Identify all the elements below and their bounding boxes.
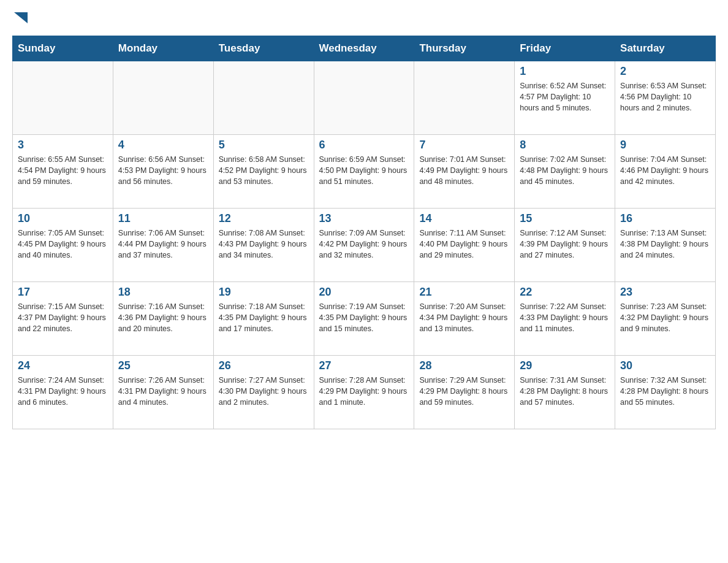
calendar-cell	[13, 61, 113, 135]
day-number: 14	[419, 212, 509, 225]
calendar-cell: 9Sunrise: 7:04 AM Sunset: 4:46 PM Daylig…	[615, 135, 716, 209]
calendar-body: 1Sunrise: 6:52 AM Sunset: 4:57 PM Daylig…	[13, 61, 716, 429]
weekday-header-wednesday: Wednesday	[314, 36, 414, 61]
week-row-1: 1Sunrise: 6:52 AM Sunset: 4:57 PM Daylig…	[13, 61, 716, 135]
calendar-cell: 10Sunrise: 7:05 AM Sunset: 4:45 PM Dayli…	[13, 209, 113, 282]
day-info: Sunrise: 7:20 AM Sunset: 4:34 PM Dayligh…	[419, 301, 509, 334]
calendar-cell: 6Sunrise: 6:59 AM Sunset: 4:50 PM Daylig…	[314, 135, 414, 209]
day-info: Sunrise: 7:02 AM Sunset: 4:48 PM Dayligh…	[520, 154, 610, 187]
day-number: 11	[118, 212, 208, 225]
calendar-cell: 22Sunrise: 7:22 AM Sunset: 4:33 PM Dayli…	[515, 282, 615, 356]
day-number: 28	[419, 359, 509, 372]
calendar-cell: 11Sunrise: 7:06 AM Sunset: 4:44 PM Dayli…	[113, 209, 213, 282]
week-row-2: 3Sunrise: 6:55 AM Sunset: 4:54 PM Daylig…	[13, 135, 716, 209]
calendar-cell: 25Sunrise: 7:26 AM Sunset: 4:31 PM Dayli…	[113, 356, 213, 429]
day-info: Sunrise: 7:29 AM Sunset: 4:29 PM Dayligh…	[419, 375, 509, 408]
week-row-5: 24Sunrise: 7:24 AM Sunset: 4:31 PM Dayli…	[13, 356, 716, 429]
calendar-cell: 7Sunrise: 7:01 AM Sunset: 4:49 PM Daylig…	[414, 135, 515, 209]
calendar-cell: 1Sunrise: 6:52 AM Sunset: 4:57 PM Daylig…	[515, 61, 615, 135]
day-info: Sunrise: 7:08 AM Sunset: 4:43 PM Dayligh…	[219, 228, 309, 261]
calendar-cell: 15Sunrise: 7:12 AM Sunset: 4:39 PM Dayli…	[515, 209, 615, 282]
day-info: Sunrise: 7:13 AM Sunset: 4:38 PM Dayligh…	[620, 228, 710, 261]
day-number: 12	[219, 212, 309, 225]
day-number: 30	[620, 359, 710, 372]
day-number: 25	[118, 359, 208, 372]
calendar-cell: 18Sunrise: 7:16 AM Sunset: 4:36 PM Dayli…	[113, 282, 213, 356]
day-info: Sunrise: 7:24 AM Sunset: 4:31 PM Dayligh…	[18, 375, 108, 408]
day-number: 21	[419, 286, 509, 299]
day-info: Sunrise: 7:28 AM Sunset: 4:29 PM Dayligh…	[319, 375, 409, 408]
logo-arrow-icon	[14, 12, 28, 23]
day-number: 15	[520, 212, 610, 225]
calendar-cell: 12Sunrise: 7:08 AM Sunset: 4:43 PM Dayli…	[213, 209, 314, 282]
calendar-cell: 5Sunrise: 6:58 AM Sunset: 4:52 PM Daylig…	[213, 135, 314, 209]
day-number: 7	[419, 139, 509, 151]
calendar-cell: 23Sunrise: 7:23 AM Sunset: 4:32 PM Dayli…	[615, 282, 716, 356]
weekday-header-sunday: Sunday	[13, 36, 113, 61]
day-info: Sunrise: 7:23 AM Sunset: 4:32 PM Dayligh…	[620, 301, 710, 334]
calendar-cell: 19Sunrise: 7:18 AM Sunset: 4:35 PM Dayli…	[213, 282, 314, 356]
day-number: 8	[520, 139, 610, 151]
calendar-cell: 30Sunrise: 7:32 AM Sunset: 4:28 PM Dayli…	[615, 356, 716, 429]
day-number: 26	[219, 359, 309, 372]
day-info: Sunrise: 6:52 AM Sunset: 4:57 PM Dayligh…	[520, 80, 610, 113]
day-number: 29	[520, 359, 610, 372]
week-row-4: 17Sunrise: 7:15 AM Sunset: 4:37 PM Dayli…	[13, 282, 716, 356]
calendar-table: SundayMondayTuesdayWednesdayThursdayFrid…	[12, 36, 716, 429]
calendar-cell: 27Sunrise: 7:28 AM Sunset: 4:29 PM Dayli…	[314, 356, 414, 429]
day-info: Sunrise: 6:56 AM Sunset: 4:53 PM Dayligh…	[118, 154, 208, 187]
day-info: Sunrise: 7:04 AM Sunset: 4:46 PM Dayligh…	[620, 154, 710, 187]
calendar-cell: 26Sunrise: 7:27 AM Sunset: 4:30 PM Dayli…	[213, 356, 314, 429]
day-number: 1	[520, 65, 610, 78]
day-number: 27	[319, 359, 409, 372]
calendar-cell	[314, 61, 414, 135]
day-info: Sunrise: 7:12 AM Sunset: 4:39 PM Dayligh…	[520, 228, 610, 261]
day-info: Sunrise: 7:05 AM Sunset: 4:45 PM Dayligh…	[18, 228, 108, 261]
page-header	[12, 12, 716, 29]
day-info: Sunrise: 6:55 AM Sunset: 4:54 PM Dayligh…	[18, 154, 108, 187]
day-info: Sunrise: 7:18 AM Sunset: 4:35 PM Dayligh…	[219, 301, 309, 334]
day-number: 6	[319, 139, 409, 151]
day-number: 9	[620, 139, 710, 151]
calendar-cell: 17Sunrise: 7:15 AM Sunset: 4:37 PM Dayli…	[13, 282, 113, 356]
week-row-3: 10Sunrise: 7:05 AM Sunset: 4:45 PM Dayli…	[13, 209, 716, 282]
calendar-cell: 20Sunrise: 7:19 AM Sunset: 4:35 PM Dayli…	[314, 282, 414, 356]
calendar-cell: 3Sunrise: 6:55 AM Sunset: 4:54 PM Daylig…	[13, 135, 113, 209]
day-info: Sunrise: 7:15 AM Sunset: 4:37 PM Dayligh…	[18, 301, 108, 334]
calendar-cell: 21Sunrise: 7:20 AM Sunset: 4:34 PM Dayli…	[414, 282, 515, 356]
day-info: Sunrise: 7:16 AM Sunset: 4:36 PM Dayligh…	[118, 301, 208, 334]
day-number: 5	[219, 139, 309, 151]
logo	[12, 12, 28, 29]
calendar-cell: 4Sunrise: 6:56 AM Sunset: 4:53 PM Daylig…	[113, 135, 213, 209]
calendar-cell: 14Sunrise: 7:11 AM Sunset: 4:40 PM Dayli…	[414, 209, 515, 282]
day-number: 4	[118, 139, 208, 151]
day-number: 19	[219, 286, 309, 299]
day-info: Sunrise: 7:06 AM Sunset: 4:44 PM Dayligh…	[118, 228, 208, 261]
weekday-header-thursday: Thursday	[414, 36, 515, 61]
weekday-header-saturday: Saturday	[615, 36, 716, 61]
calendar-cell: 2Sunrise: 6:53 AM Sunset: 4:56 PM Daylig…	[615, 61, 716, 135]
weekday-header-row: SundayMondayTuesdayWednesdayThursdayFrid…	[13, 36, 716, 61]
day-info: Sunrise: 7:32 AM Sunset: 4:28 PM Dayligh…	[620, 375, 710, 408]
weekday-header-monday: Monday	[113, 36, 213, 61]
day-number: 17	[18, 286, 108, 299]
calendar-cell	[414, 61, 515, 135]
day-number: 23	[620, 286, 710, 299]
calendar-header: SundayMondayTuesdayWednesdayThursdayFrid…	[13, 36, 716, 61]
day-number: 16	[620, 212, 710, 225]
calendar-cell: 24Sunrise: 7:24 AM Sunset: 4:31 PM Dayli…	[13, 356, 113, 429]
calendar-cell	[113, 61, 213, 135]
day-info: Sunrise: 7:31 AM Sunset: 4:28 PM Dayligh…	[520, 375, 610, 408]
day-number: 13	[319, 212, 409, 225]
weekday-header-tuesday: Tuesday	[213, 36, 314, 61]
svg-marker-0	[14, 12, 28, 23]
day-number: 2	[620, 65, 710, 78]
calendar-cell: 8Sunrise: 7:02 AM Sunset: 4:48 PM Daylig…	[515, 135, 615, 209]
day-info: Sunrise: 6:58 AM Sunset: 4:52 PM Dayligh…	[219, 154, 309, 187]
calendar-cell	[213, 61, 314, 135]
calendar-cell: 13Sunrise: 7:09 AM Sunset: 4:42 PM Dayli…	[314, 209, 414, 282]
day-number: 20	[319, 286, 409, 299]
day-number: 18	[118, 286, 208, 299]
day-info: Sunrise: 7:11 AM Sunset: 4:40 PM Dayligh…	[419, 228, 509, 261]
day-info: Sunrise: 7:01 AM Sunset: 4:49 PM Dayligh…	[419, 154, 509, 187]
